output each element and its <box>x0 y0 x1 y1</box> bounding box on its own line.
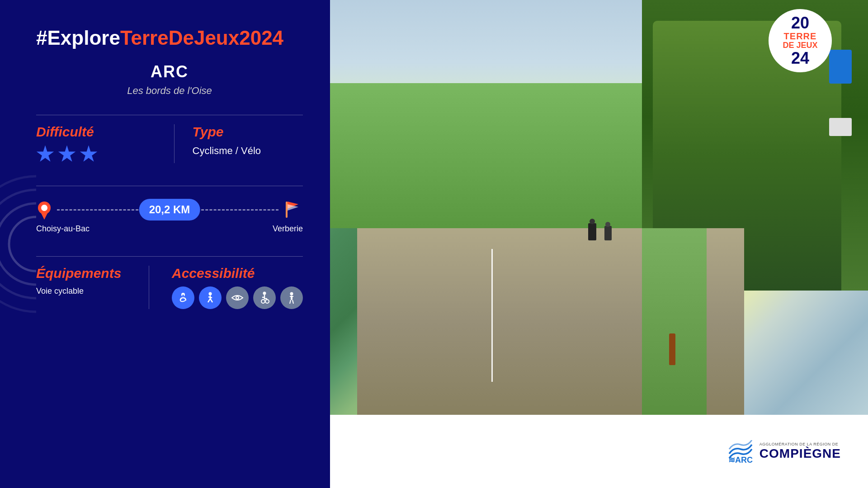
access-icon-wheelchair <box>253 286 276 309</box>
cyclist-1 <box>588 223 596 240</box>
cyclist-2 <box>604 226 612 240</box>
accessibility-icons-row <box>172 286 303 309</box>
hashtag-orange: TerreDeJeux2024 <box>120 27 283 49</box>
access-icon-vision <box>226 286 249 309</box>
bollard <box>669 333 675 365</box>
svg-point-11 <box>182 295 184 296</box>
svg-point-12 <box>209 292 212 296</box>
svg-point-0 <box>9 217 36 271</box>
tdj-terre: TERRE <box>783 31 817 41</box>
equipment-label: Équipements <box>36 266 135 281</box>
equip-access-row: Équipements Voie cyclable Accessibilité <box>36 266 303 309</box>
cyclists-group <box>588 223 612 240</box>
svg-line-14 <box>208 299 210 302</box>
arc-agglomeration-text: AGGLOMÉRATION DE LA RÉGION DE <box>760 442 838 446</box>
svg-point-1 <box>0 203 36 285</box>
route-end-label: Verberie <box>273 224 303 234</box>
svg-point-20 <box>261 300 265 303</box>
diff-type-row: Difficulté Type Cyclisme / Vélo <box>36 124 303 163</box>
field-bg <box>330 83 642 228</box>
route-distance-row: 20,2 KM <box>36 200 303 220</box>
svg-text:≋ARC: ≋ARC <box>728 455 753 463</box>
finish-flag-icon <box>283 200 303 220</box>
hashtag-white: #Explore <box>36 27 120 49</box>
accessibility-label: Accessibilité <box>172 266 303 281</box>
left-panel: #ExploreTerreDeJeux2024 ARC Les bords de… <box>0 0 330 488</box>
star-3 <box>80 145 98 163</box>
right-panel: 20 TERRE DE JEUX 24 ≋ARC AGGLOMÉRATION D… <box>330 0 868 488</box>
arc-logo: ≋ARC AGGLOMÉRATION DE LA RÉGION DE COMPI… <box>727 440 841 463</box>
tdj-badge: 20 TERRE DE JEUX 24 <box>769 9 832 72</box>
svg-point-3 <box>0 176 36 312</box>
svg-line-25 <box>290 300 291 304</box>
vertical-divider-1 <box>174 124 175 163</box>
access-icon-hearing <box>172 286 194 309</box>
svg-marker-6 <box>41 212 48 220</box>
bottom-bar: ≋ARC AGGLOMÉRATION DE LA RÉGION DE COMPI… <box>330 415 868 488</box>
svg-line-16 <box>208 297 212 298</box>
arc-compiegne-text: COMPIÈGNE <box>760 446 841 461</box>
photo-area: 20 TERRE DE JEUX 24 <box>330 0 868 415</box>
hashtag-title: #ExploreTerreDeJeux2024 <box>36 27 303 49</box>
difficulty-section: Difficulté <box>36 124 160 163</box>
divider-top <box>36 115 303 115</box>
arc-logo-text: AGGLOMÉRATION DE LA RÉGION DE COMPIÈGNE <box>760 442 841 461</box>
svg-point-5 <box>41 205 47 211</box>
equipment-value: Voie cyclable <box>36 286 135 296</box>
route-start-label: Choisy-au-Bac <box>36 224 90 234</box>
svg-point-18 <box>236 297 238 299</box>
road-line <box>491 249 493 382</box>
stars-row <box>36 145 147 163</box>
svg-point-22 <box>290 292 293 296</box>
route-subtitle: Les bords de l'Oise <box>36 85 303 97</box>
type-label: Type <box>193 124 303 140</box>
divider-mid <box>36 186 303 186</box>
start-pin-icon <box>36 200 52 220</box>
svg-point-19 <box>263 292 266 295</box>
grass-strip <box>642 228 707 415</box>
star-2 <box>58 145 76 163</box>
access-icon-walking <box>199 286 222 309</box>
divider-bottom <box>36 256 303 257</box>
route-name: ARC <box>36 62 303 81</box>
tdj-badge-content: 20 TERRE DE JEUX 24 <box>783 15 817 66</box>
road-sign-white <box>829 118 852 136</box>
accessibility-section: Accessibilité <box>163 266 303 309</box>
route-labels: Choisy-au-Bac Verberie <box>36 224 303 234</box>
equipment-section: Équipements Voie cyclable <box>36 266 135 296</box>
tdj-24: 24 <box>783 50 817 66</box>
road-sign-blue <box>829 50 852 84</box>
vertical-divider-2 <box>149 266 149 309</box>
access-icon-standing <box>280 286 303 309</box>
type-section: Type Cyclisme / Vélo <box>188 124 303 157</box>
svg-point-21 <box>265 300 269 303</box>
svg-line-26 <box>292 300 293 304</box>
svg-line-15 <box>210 299 212 302</box>
decorative-arcs <box>0 154 36 334</box>
km-badge: 20,2 KM <box>139 199 200 221</box>
difficulty-label: Difficulté <box>36 124 147 140</box>
svg-point-2 <box>0 190 36 298</box>
tdj-20: 20 <box>783 15 817 31</box>
svg-rect-7 <box>286 202 288 218</box>
arc-waves-icon: ≋ARC <box>727 440 754 463</box>
type-value: Cyclisme / Vélo <box>193 145 303 157</box>
star-1 <box>36 145 54 163</box>
